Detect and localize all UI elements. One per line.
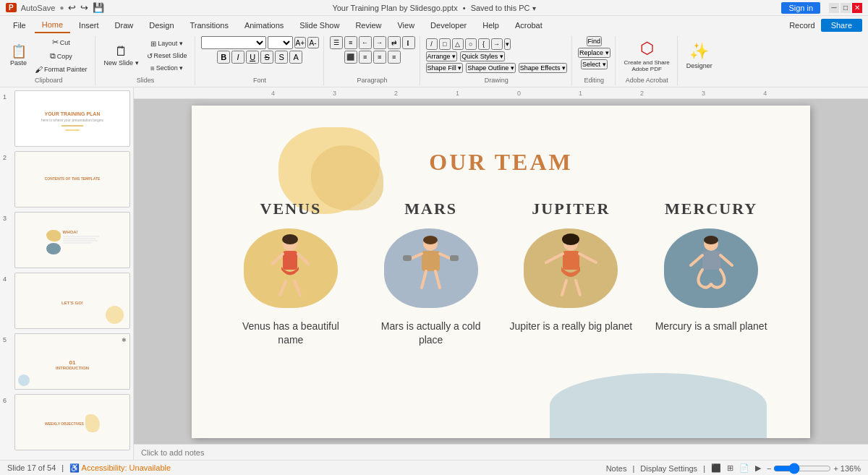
tab-review[interactable]: Review — [348, 18, 388, 33]
slide-number-2: 2 — [3, 154, 12, 161]
find-button[interactable]: Find — [587, 36, 603, 46]
shadow-button[interactable]: S — [275, 51, 288, 64]
view-slideshow-icon[interactable]: ▶ — [755, 463, 761, 473]
shape4-button[interactable]: ○ — [465, 38, 477, 50]
tab-insert[interactable]: Insert — [72, 18, 106, 33]
view-slide-sorter-icon[interactable]: ⊞ — [727, 463, 733, 473]
slide-thumbnail-5[interactable]: 5 ✱ 01 INTRODUCTION — [3, 333, 130, 390]
create-and-share-pdf-button[interactable]: ⬡ Create and ShareAdobe PDF — [621, 38, 673, 74]
view-reading-icon[interactable]: 📄 — [739, 463, 749, 473]
slide-thumbnail-1[interactable]: 1 YOUR TRAINING PLAN here is where your … — [3, 90, 130, 147]
zoom-in-button[interactable]: + — [833, 464, 838, 473]
align-right-button[interactable]: ≡ — [373, 51, 386, 64]
layout-button[interactable]: ⊞ Layout ▾ — [144, 38, 190, 49]
shape-outline-button[interactable]: Shape Outline ▾ — [466, 63, 516, 73]
mercury-name: MERCURY — [665, 200, 757, 218]
slide-number-5: 5 — [3, 336, 12, 343]
bullets-button[interactable]: ☰ — [330, 36, 343, 49]
font-size-select[interactable] — [268, 36, 293, 49]
record-link[interactable]: Record — [789, 21, 814, 30]
restore-button[interactable]: □ — [841, 3, 851, 13]
italic-button[interactable]: I — [231, 51, 244, 64]
cut-button[interactable]: ✂ Cut — [32, 36, 90, 48]
section-icon: ≡ — [150, 64, 155, 72]
new-slide-button[interactable]: 🗒 New Slide ▾ — [101, 43, 142, 68]
zoom-slider[interactable] — [773, 463, 831, 474]
close-button[interactable]: ✕ — [852, 3, 862, 13]
tab-slide-show[interactable]: Slide Show — [292, 18, 346, 33]
copy-button[interactable]: ⧉ Copy — [32, 50, 90, 62]
accessibility-status[interactable]: ♿ Accessibility: Unavailable — [69, 463, 171, 473]
font-color-button[interactable]: A — [289, 51, 302, 64]
select-button[interactable]: Select ▾ — [581, 59, 608, 69]
slide-thumbnail-4[interactable]: 4 LET'S GO! — [3, 273, 130, 329]
indent-decrease-button[interactable]: ← — [359, 36, 372, 49]
shape-fill-button[interactable]: Shape Fill ▾ — [426, 63, 464, 73]
tab-help[interactable]: Help — [475, 18, 506, 33]
align-left-button[interactable]: ⬛ — [344, 51, 357, 64]
display-settings-button[interactable]: Display Settings — [640, 464, 697, 473]
undo-icon[interactable]: ↩ — [68, 2, 76, 13]
paragraph-group-label: Paragraph — [357, 77, 388, 84]
shape2-button[interactable]: □ — [439, 38, 451, 50]
bold-button[interactable]: B — [217, 51, 230, 64]
replace-button[interactable]: Replace ▾ — [578, 48, 610, 58]
increase-font-button[interactable]: A+ — [294, 37, 306, 48]
rtl-button[interactable]: ⇄ — [388, 36, 401, 49]
tab-home[interactable]: Home — [35, 17, 70, 33]
zoom-out-button[interactable]: − — [767, 464, 771, 473]
tab-file[interactable]: File — [6, 18, 33, 33]
reset-slide-button[interactable]: ↺ Reset Slide — [144, 51, 190, 61]
zoom-level[interactable]: 136% — [841, 464, 861, 473]
justify-button[interactable]: ≡ — [388, 51, 401, 64]
autosave-toggle[interactable]: ● — [59, 4, 64, 12]
indent-increase-button[interactable]: → — [373, 36, 386, 49]
shape6-button[interactable]: → — [491, 38, 503, 50]
notes-placeholder[interactable]: Click to add notes — [141, 448, 861, 457]
quick-styles-button[interactable]: Quick Styles ▾ — [460, 51, 505, 61]
zoom-control: − + 136% — [767, 463, 861, 474]
shapes-more-button[interactable]: ▾ — [504, 38, 511, 50]
tab-acrobat[interactable]: Acrobat — [508, 18, 550, 33]
shape3-button[interactable]: △ — [452, 38, 464, 50]
arrange-button[interactable]: Arrange ▾ — [426, 51, 458, 61]
font-family-select[interactable] — [201, 36, 266, 49]
slide-thumbnail-2[interactable]: 2 CONTENTS OF THIS TEMPLATE — [3, 151, 130, 207]
tab-transitions[interactable]: Transitions — [183, 18, 236, 33]
tab-design[interactable]: Design — [142, 18, 181, 33]
decrease-font-button[interactable]: A- — [307, 37, 319, 48]
tab-draw[interactable]: Draw — [108, 18, 141, 33]
notes-button[interactable]: Notes — [606, 464, 627, 473]
slides-group: 🗒 New Slide ▾ ⊞ Layout ▾ ↺ Reset Slide ≡… — [97, 36, 195, 85]
share-button[interactable]: Share — [821, 19, 862, 32]
view-normal-icon[interactable]: ⬛ — [711, 463, 721, 473]
minimize-button[interactable]: ─ — [829, 3, 839, 13]
redo-icon[interactable]: ↪ — [80, 2, 88, 13]
slide-thumb-img-3: WHOA! — [14, 212, 130, 268]
svg-line-14 — [422, 271, 426, 288]
sign-in-button[interactable]: Sign in — [781, 2, 820, 14]
tab-developer[interactable]: Developer — [423, 18, 474, 33]
blob-decoration-blue — [550, 373, 767, 438]
designer-button[interactable]: ✨ Designer — [684, 40, 715, 71]
align-center-button[interactable]: ≡ — [359, 51, 372, 64]
format-painter-button[interactable]: 🖌 Format Painter — [32, 64, 90, 75]
shape5-button[interactable]: { — [478, 38, 490, 50]
saved-dropdown-icon[interactable]: ▾ — [532, 4, 536, 12]
tab-animations[interactable]: Animations — [237, 18, 291, 33]
columns-button[interactable]: ⫿ — [402, 36, 415, 49]
strikethrough-button[interactable]: S — [260, 51, 273, 64]
editing-group-label: Editing — [584, 77, 605, 84]
mars-avatar — [384, 228, 478, 308]
paste-button[interactable]: 📋 Paste — [7, 43, 30, 68]
tab-view[interactable]: View — [390, 18, 422, 33]
slide-thumbnail-6[interactable]: 6 WEEKLY OBJECTIVES — [3, 394, 130, 450]
section-button[interactable]: ≡ Section ▾ — [144, 63, 190, 74]
underline-button[interactable]: U — [246, 51, 259, 64]
shape-effects-button[interactable]: Shape Effects ▾ — [519, 63, 567, 73]
slide-thumbnail-3[interactable]: 3 WHOA! — [3, 212, 130, 268]
save-icon[interactable]: 💾 — [93, 2, 104, 13]
cut-icon: ✂ — [52, 38, 59, 47]
shape1-button[interactable]: / — [426, 38, 438, 50]
numbered-list-button[interactable]: ≡ — [344, 36, 357, 49]
